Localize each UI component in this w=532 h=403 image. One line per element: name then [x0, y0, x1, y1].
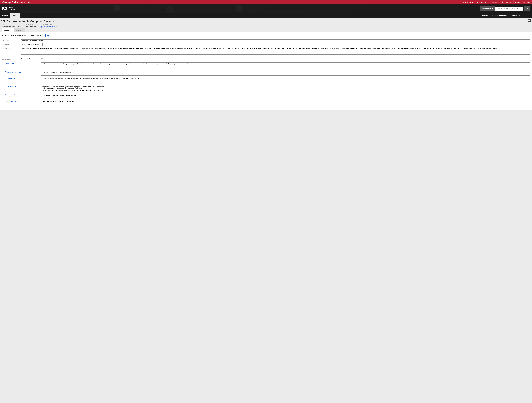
logout-label: Logout	[526, 1, 531, 3]
nav-student-accounts[interactable]: Student Accounts	[490, 13, 509, 18]
go-button[interactable]: Go	[524, 6, 530, 11]
course-meta: COLLEGE School of Computer Science DEPAR…	[1, 24, 531, 28]
search-by-label: Search By	[482, 8, 491, 10]
description-textarea[interactable]	[21, 47, 530, 55]
user-name: Rebecca Choltco	[463, 1, 474, 3]
app-logo-block: S3 Admin Console	[2, 6, 15, 11]
form-body: Course Summary for: Summer 1/All 2022 i …	[0, 32, 532, 110]
help-label: Help	[517, 1, 520, 3]
long-title-label: Long Title:	[2, 39, 21, 42]
svg-rect-7	[502, 2, 503, 2]
nav-campus-life[interactable]: Campus Life	[509, 13, 523, 18]
svg-rect-3	[478, 2, 478, 2]
help-icon: ?	[515, 1, 517, 3]
inner-tabs: Summary Sections	[1, 28, 531, 32]
course-profile-label: Course Profile:	[2, 58, 21, 60]
page-header: 15213 - Introduction to Computer Systems…	[0, 18, 532, 32]
current-date: 27 Jan 2022	[475, 0, 488, 5]
info-icon[interactable]: i	[47, 35, 49, 37]
tab-sections[interactable]: Sections	[14, 28, 25, 32]
university-wordmark: Carnegie Mellon University	[2, 1, 30, 4]
calendar-icon	[477, 1, 478, 3]
svg-rect-2	[477, 2, 477, 2]
department-label: DEPARTMENT	[24, 24, 37, 25]
printer-icon	[528, 20, 530, 21]
course-profile-heading: Course Profile as of 09 Nov 2021	[21, 58, 530, 60]
main-nav: Student Course Registrar Student Account…	[0, 13, 532, 18]
caret-down-icon	[492, 8, 493, 9]
feedback-button[interactable]: Feedback	[488, 0, 500, 5]
goals-label[interactable]: Course Goals: *	[5, 85, 41, 88]
current-user: Rebecca Choltco	[461, 0, 475, 5]
assessment-textarea[interactable]	[41, 94, 530, 98]
prereq-label[interactable]: Prerequisite Knowledge: *	[5, 71, 41, 73]
short-title-input[interactable]	[21, 43, 43, 46]
logout-button[interactable]: Logout	[522, 0, 532, 5]
college-label: COLLEGE	[1, 24, 21, 25]
svg-rect-14	[529, 21, 530, 21]
clipboard-icon	[501, 1, 503, 3]
description-label: Description: *	[2, 47, 21, 49]
nav-student[interactable]: Student	[0, 13, 10, 18]
svg-rect-11	[529, 20, 530, 20]
summary-title: Course Summary for:	[2, 34, 26, 37]
page-title: 15213 - Introduction to Computer Systems	[1, 20, 531, 23]
relevance-label[interactable]: Course Relevance: *	[5, 77, 41, 79]
print-button[interactable]	[527, 19, 531, 22]
resources-label[interactable]: Learning Resources: *	[5, 100, 41, 102]
logout-icon	[524, 1, 525, 3]
app-subtitle: Admin Console	[9, 7, 15, 11]
feedback-label: Feedback	[492, 1, 499, 3]
term-select[interactable]: Summer 1/All 2022	[28, 34, 46, 37]
nav-config[interactable]: Config	[523, 13, 532, 18]
svg-rect-6	[502, 1, 502, 2]
summary-header: Course Summary for: Summer 1/All 2022 i	[2, 34, 530, 37]
date-text: 27 Jan 2022	[479, 1, 487, 3]
feedback-icon	[490, 2, 491, 3]
department-value: Computer Science	[24, 26, 37, 28]
goals-textarea[interactable]	[41, 85, 530, 92]
prereq-textarea[interactable]	[41, 71, 530, 76]
nav-registrar[interactable]: Registrar	[479, 13, 490, 18]
relevance-textarea[interactable]	[41, 77, 530, 84]
nav-course[interactable]: Course	[10, 13, 20, 18]
svg-text:?: ?	[515, 2, 516, 3]
header-bar: S3 Admin Console Search By Go	[0, 5, 532, 13]
tab-summary[interactable]: Summary	[2, 28, 14, 32]
help-button[interactable]: ? Help	[513, 0, 522, 5]
long-title-input[interactable]	[21, 39, 530, 42]
resources-textarea[interactable]	[41, 100, 530, 105]
topbar: Carnegie Mellon University Rebecca Cholt…	[0, 0, 532, 5]
assessment-label[interactable]: Assessment Structure: *	[5, 94, 41, 96]
college-value: School of Computer Science	[1, 26, 21, 28]
permissions-button[interactable]: Permissions	[500, 0, 513, 5]
search-block: Search By Go	[480, 6, 530, 11]
key-topics-textarea[interactable]	[41, 63, 530, 69]
department-url-link[interactable]: http://www.csd.cs.cmu.edu	[40, 26, 58, 28]
department-url-label: DEPARTMENT URL	[40, 24, 58, 25]
search-input[interactable]	[495, 6, 524, 11]
search-by-dropdown[interactable]: Search By	[480, 6, 495, 11]
key-topics-label[interactable]: Key Topics: *	[5, 63, 41, 65]
permissions-label: Permissions	[504, 1, 512, 3]
svg-rect-4	[490, 2, 491, 3]
short-title-label: Short Title:	[2, 43, 21, 45]
s3-logo: S3	[2, 6, 7, 11]
